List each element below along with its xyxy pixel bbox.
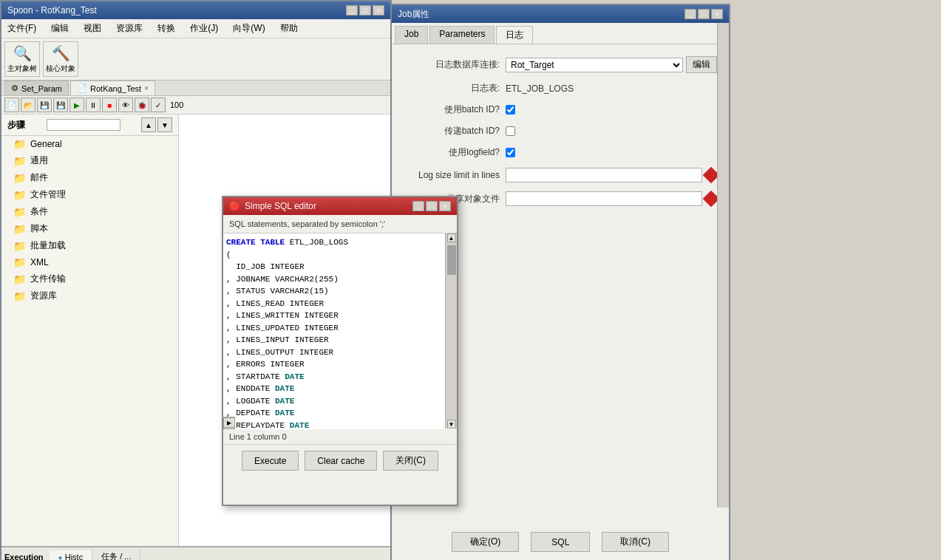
tab-icon-rotkang: 📄	[77, 83, 87, 93]
sql-editor-window: 🔴 Simple SQL editor _ □ × SQL statements…	[222, 196, 458, 506]
step-nav-up[interactable]: ▲	[141, 117, 156, 132]
sidebar-label-common: 通用	[30, 154, 48, 167]
debug-btn[interactable]: 🐞	[135, 98, 149, 112]
jp-maximize-btn[interactable]: □	[698, 9, 710, 19]
folder-icon: 📁	[13, 223, 26, 235]
sidebar-item-xml[interactable]: 📁 XML	[1, 254, 178, 270]
jp-close-btn[interactable]: ×	[711, 9, 723, 19]
core-objects-tool[interactable]: 🔨 核心对象	[43, 41, 78, 77]
use-batch-id-checkbox[interactable]	[506, 105, 515, 115]
sidebar-item-repository[interactable]: 📁 资源库	[1, 287, 178, 304]
preview-btn[interactable]: 👁	[118, 98, 133, 112]
sidebar-label-filetransfer: 文件传输	[30, 273, 66, 285]
save-all-btn[interactable]: 💾	[53, 98, 68, 112]
menu-job[interactable]: 作业(J)	[187, 21, 221, 36]
tab-rotkang-test[interactable]: 📄 RotKang_Test ×	[70, 81, 155, 95]
save-btn[interactable]: 💾	[37, 98, 52, 112]
log-size-input[interactable]	[506, 168, 702, 182]
folder-icon: 📁	[13, 273, 26, 285]
sidebar-item-general[interactable]: 📁 General	[1, 136, 178, 152]
small-toolbar: 📄 📂 💾 💾 ▶ ⏸ ■ 👁 🐞 ✓ 100	[1, 96, 390, 115]
sidebar-item-mail[interactable]: 📁 邮件	[1, 169, 178, 186]
tab-parameters[interactable]: Parameters	[429, 26, 495, 44]
stop-btn[interactable]: ■	[102, 98, 117, 112]
use-logfield-row: 使用logfield?	[404, 146, 717, 159]
sql-minimize-btn[interactable]: _	[412, 201, 424, 211]
folder-icon: 📁	[13, 206, 26, 218]
log-table-label: 日志表:	[404, 82, 500, 95]
menu-view[interactable]: 视图	[81, 21, 104, 36]
folder-icon: 📁	[13, 240, 26, 252]
sidebar-item-bulkload[interactable]: 📁 批量加载	[1, 237, 178, 254]
sql-vertical-scrollbar[interactable]: ▲ ▼	[445, 233, 457, 428]
sidebar-item-filemanage[interactable]: 📁 文件管理	[1, 186, 178, 203]
log-table-value: ETL_JOB_LOGS	[506, 83, 574, 94]
tab-close-icon[interactable]: ×	[144, 84, 149, 92]
use-logfield-checkbox[interactable]	[506, 148, 515, 157]
folder-icon: 📁	[13, 189, 26, 201]
cancel-button[interactable]: 取消(C)	[602, 532, 669, 552]
main-objects-tool[interactable]: 🔍 主对象树	[4, 41, 40, 77]
minimize-button[interactable]: _	[346, 5, 358, 16]
scroll-up-btn[interactable]: ▲	[447, 233, 456, 242]
exec-tab-tasks[interactable]: 任务 / ...	[92, 549, 140, 560]
maximize-button[interactable]: □	[359, 5, 371, 16]
verify-btn[interactable]: ✓	[151, 98, 166, 112]
sql-horizontal-scrollbar[interactable]: ◀ ▶	[223, 417, 235, 428]
scroll-right-btn[interactable]: ▶	[223, 417, 235, 428]
sql-button[interactable]: SQL	[531, 532, 590, 552]
tab-label-set-param: Set_Param	[21, 84, 62, 93]
clear-cache-button[interactable]: Clear cache	[305, 451, 377, 471]
sql-window-icon: 🔴	[229, 201, 240, 211]
sql-button-bar: Execute Clear cache 关闭(C)	[223, 445, 457, 477]
sidebar-item-common[interactable]: 📁 通用	[1, 152, 178, 169]
log-db-select[interactable]: Rot_Target	[506, 58, 683, 72]
menu-help[interactable]: 帮助	[277, 21, 301, 36]
jp-title-bar: Job属性 _ □ ×	[392, 5, 729, 23]
menu-repository[interactable]: 资源库	[113, 21, 146, 36]
menu-wizard[interactable]: 向导(W)	[230, 21, 268, 36]
tab-parameters-label: Parameters	[439, 29, 485, 39]
sql-close-btn[interactable]: ×	[439, 201, 451, 211]
step-nav-down[interactable]: ▼	[157, 117, 172, 132]
jp-title: Job属性	[398, 8, 429, 21]
menu-transform[interactable]: 转换	[154, 21, 178, 36]
close-sql-button[interactable]: 关闭(C)	[383, 451, 438, 471]
use-batch-id-label: 使用batch ID?	[404, 103, 500, 116]
new-btn[interactable]: 📄	[4, 98, 19, 112]
menu-edit[interactable]: 编辑	[48, 21, 72, 36]
jp-minimize-btn[interactable]: _	[684, 9, 696, 19]
sidebar-item-filetransfer[interactable]: 📁 文件传输	[1, 270, 178, 287]
close-button[interactable]: ×	[373, 5, 384, 16]
jp-scrollbar[interactable]	[717, 23, 729, 508]
sidebar-label-repository: 资源库	[30, 290, 57, 302]
open-btn[interactable]: 📂	[21, 98, 35, 112]
exec-tab-history[interactable]: ● Histc	[50, 550, 93, 561]
use-logfield-label: 使用logfield?	[404, 146, 500, 159]
steps-search-input[interactable]	[47, 119, 120, 131]
ok-button[interactable]: 确定(O)	[452, 532, 519, 552]
scroll-down-btn[interactable]: ▼	[447, 420, 456, 428]
sidebar-item-condition[interactable]: 📁 条件	[1, 203, 178, 220]
folder-icon: 📁	[13, 172, 26, 184]
main-title-bar: Spoon - RotKang_Test _ □ ×	[1, 1, 390, 19]
pause-btn[interactable]: ⏸	[86, 98, 101, 112]
sidebar-item-script[interactable]: 📁 脚本	[1, 220, 178, 237]
tasks-tab-label: 任务 / ...	[101, 552, 131, 560]
sql-maximize-btn[interactable]: □	[426, 201, 438, 211]
tab-logs[interactable]: 日志	[496, 26, 533, 44]
menu-file[interactable]: 文件(F)	[4, 21, 39, 36]
folder-icon: 📁	[13, 290, 26, 302]
tab-set-param[interactable]: ⚙ Set_Param	[4, 81, 69, 95]
execute-button[interactable]: Execute	[242, 451, 299, 471]
use-batch-id-row: 使用batch ID?	[404, 103, 717, 116]
sql-text-container[interactable]: CREATE TABLE ETL_JOB_LOGS ( ID_JOB INTEG…	[223, 233, 457, 429]
log-db-edit-button[interactable]: 编辑	[686, 56, 717, 73]
pass-batch-id-checkbox[interactable]	[506, 126, 515, 136]
sidebar-label-general: General	[30, 139, 62, 149]
search-icon: 🔍	[13, 44, 32, 62]
shared-object-input[interactable]	[506, 191, 702, 206]
sidebar-label-filemanage: 文件管理	[30, 188, 66, 201]
tab-job[interactable]: Job	[395, 26, 428, 44]
run-btn[interactable]: ▶	[69, 98, 84, 112]
